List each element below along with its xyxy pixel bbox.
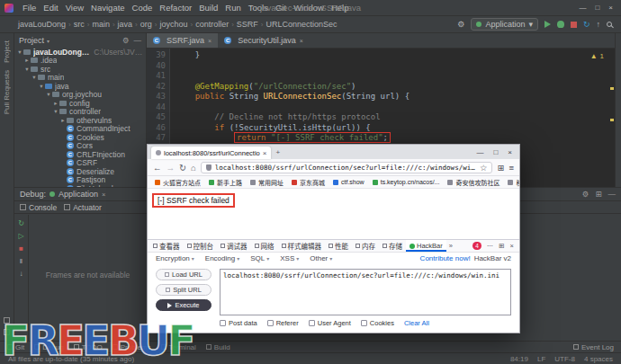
tool-project-label[interactable]: Project xyxy=(3,40,11,63)
warning-stripe-mark[interactable] xyxy=(610,119,614,121)
tree-arrow[interactable]: ▾ xyxy=(31,74,38,81)
git-update-icon[interactable]: ↻ xyxy=(583,20,590,29)
tree-item-java[interactable]: ▾java xyxy=(14,82,146,91)
bookmark-ts-keytop-cn-nacos-[interactable]: ts.keytop.cn/nacos/... xyxy=(373,179,440,185)
menu-item-view[interactable]: View xyxy=(62,3,87,13)
hackbar-button-execute[interactable]: Execute xyxy=(156,299,212,311)
tree-item-deserialize[interactable]: CDeserialize xyxy=(14,167,146,176)
close-icon[interactable]: × xyxy=(608,4,613,12)
devtools-tab-performance[interactable]: 性能 xyxy=(325,240,352,252)
project-panel-title[interactable]: Project xyxy=(19,36,44,45)
toolwindow-build[interactable]: Build xyxy=(206,343,230,351)
debug-tab-actuator[interactable]: Actuator xyxy=(64,203,102,212)
devtools-tab-style-editor[interactable]: 样式编辑器 xyxy=(278,240,326,252)
maximize-icon[interactable]: □ xyxy=(595,4,599,12)
run-config-select[interactable]: Application ▾ xyxy=(471,18,538,31)
minimize-icon[interactable]: — xyxy=(579,4,586,12)
build-hammer-icon[interactable]: ⚙ xyxy=(457,20,464,29)
breadcrumb-item-javaloudong[interactable]: javaLouDong xyxy=(18,20,66,29)
resume-icon[interactable]: ▷ xyxy=(18,232,23,240)
close-devtools-icon[interactable]: × xyxy=(510,242,514,250)
contribute-link[interactable]: Contribute now! xyxy=(420,254,471,262)
address-bar[interactable]: localhost:8080/ssrf/urlConnection/sec?ur… xyxy=(201,162,493,173)
status-item-4-spaces[interactable]: 4 spaces xyxy=(584,355,613,363)
tree-arrow[interactable]: ▸ xyxy=(59,117,67,124)
stop-icon[interactable]: ■ xyxy=(19,244,23,253)
reload-icon[interactable]: ↻ xyxy=(179,163,186,173)
clear-all-link[interactable]: Clear All xyxy=(404,319,429,327)
hackbar-url-input[interactable]: localhost:8080/ssrf/urlConnection/sec?ur… xyxy=(220,269,511,315)
menu-item-file[interactable]: File xyxy=(19,3,40,13)
bookmark--[interactable]: 奇安信攻防社区 xyxy=(447,178,500,187)
home-icon[interactable]: ⌂ xyxy=(191,163,196,173)
tree-item-fastjson[interactable]: CFastjson xyxy=(14,176,146,185)
tree-arrow[interactable]: ▾ xyxy=(52,108,59,115)
toolwindow-event-log[interactable]: Event Log xyxy=(573,343,614,351)
forward-icon[interactable]: → xyxy=(166,163,176,173)
search-icon[interactable] xyxy=(607,22,612,27)
devtools-tab-hackbar[interactable]: HackBar xyxy=(406,240,446,252)
layout-icon[interactable]: ⊞ xyxy=(595,190,601,199)
step-over-icon[interactable]: ↓ xyxy=(20,270,23,278)
status-item-utf-8[interactable]: UTF-8 xyxy=(554,355,575,363)
breadcrumb-item-org[interactable]: org xyxy=(140,20,152,29)
back-icon[interactable]: ← xyxy=(153,163,162,173)
git-push-icon[interactable]: ↑ xyxy=(597,20,601,29)
option-referer[interactable]: Referer xyxy=(267,319,299,327)
settings-gear-icon[interactable]: ⚙ xyxy=(122,36,130,45)
devtools-tab-memory[interactable]: 内存 xyxy=(352,240,379,252)
responsive-mode-icon[interactable]: ⊞ xyxy=(499,242,504,250)
bookmark--[interactable]: 火狐官方站点 xyxy=(155,178,201,187)
bookmark--[interactable]: 常用网址 xyxy=(250,178,284,187)
tree-item-cookies[interactable]: CCookies xyxy=(14,133,146,142)
hackbar-menu-encoding[interactable]: Encoding▾ xyxy=(205,254,239,262)
bookmark--[interactable]: 移动设备上的书签 xyxy=(508,178,519,187)
close-tab-icon[interactable]: × xyxy=(263,149,267,157)
tree-arrow[interactable]: ▾ xyxy=(23,66,31,73)
devtools-tab-debugger[interactable]: 调试器 xyxy=(217,240,251,252)
close-icon[interactable]: × xyxy=(508,148,512,156)
rerun-icon[interactable]: ↻ xyxy=(18,219,24,227)
minimize-icon[interactable]: — xyxy=(476,148,483,156)
tree-item-src[interactable]: ▾src xyxy=(14,65,146,74)
browser-tab[interactable]: localhost:8080/ssrf/urlConnectio × xyxy=(151,146,271,159)
hide-panel-icon[interactable]: — xyxy=(608,190,616,199)
status-item-lf[interactable]: LF xyxy=(537,355,545,363)
debug-config-name[interactable]: Application xyxy=(58,190,98,199)
more-tabs-icon[interactable]: » xyxy=(446,242,455,250)
tree-arrow[interactable]: ▾ xyxy=(45,91,52,98)
tree-arrow[interactable]: ▸ xyxy=(23,57,31,64)
menu-item-code[interactable]: Code xyxy=(129,3,157,13)
hackbar-button-split-url[interactable]: Split URL xyxy=(156,284,212,296)
menu-item-navigate[interactable]: Navigate xyxy=(87,3,129,13)
breadcrumb-item-java[interactable]: java xyxy=(118,20,133,29)
debug-tab-console[interactable]: Console xyxy=(20,203,57,212)
tree-item-org-joychou[interactable]: ▾org.joychou xyxy=(14,91,146,100)
status-item-84-19[interactable]: 84:19 xyxy=(510,355,528,363)
hackbar-menu-sql[interactable]: SQL▾ xyxy=(250,254,269,262)
tree-arrow[interactable]: ▾ xyxy=(38,83,45,90)
tree-arrow[interactable]: ▸ xyxy=(52,100,59,107)
tree-item-crlfinjection[interactable]: CCRLFInjection xyxy=(14,150,146,159)
url-text[interactable]: localhost:8080/ssrf/urlConnection/sec?ur… xyxy=(215,164,476,172)
tree-item-commandinject[interactable]: CCommandInject xyxy=(14,125,146,134)
tree-item-cors[interactable]: CCors xyxy=(14,142,146,151)
tree-item-othervulns[interactable]: ▸othervulns xyxy=(14,116,146,125)
menu-item-refactor[interactable]: Refactor xyxy=(156,3,195,13)
tree-item-config[interactable]: ▸config xyxy=(14,99,146,108)
stop-button[interactable] xyxy=(571,22,577,28)
tree-arrow[interactable]: ▾ xyxy=(16,49,23,56)
hackbar-menu-other[interactable]: Other▾ xyxy=(310,254,332,262)
breadcrumb-item-main[interactable]: main xyxy=(92,20,110,29)
devtools-tab-storage[interactable]: 存储 xyxy=(379,240,406,252)
menu-item-build[interactable]: Build xyxy=(195,3,221,13)
breadcrumb-item-joychou[interactable]: joychou xyxy=(159,20,187,29)
option-cookies[interactable]: Cookies xyxy=(361,319,394,327)
extensions-icon[interactable]: ⊞ xyxy=(497,163,504,173)
close-tab-icon[interactable]: × xyxy=(300,38,303,44)
editor-tab-securityutil-java[interactable]: CSecurityUtil.java× xyxy=(218,33,310,48)
inspection-widget[interactable]: ▲ 1 xyxy=(590,52,604,60)
menu-item-edit[interactable]: Edit xyxy=(40,3,61,13)
debug-button[interactable] xyxy=(557,21,564,28)
tree-item-root[interactable]: ▾ javaLouDong [java-sec-code] C:\Users\J… xyxy=(14,48,146,57)
